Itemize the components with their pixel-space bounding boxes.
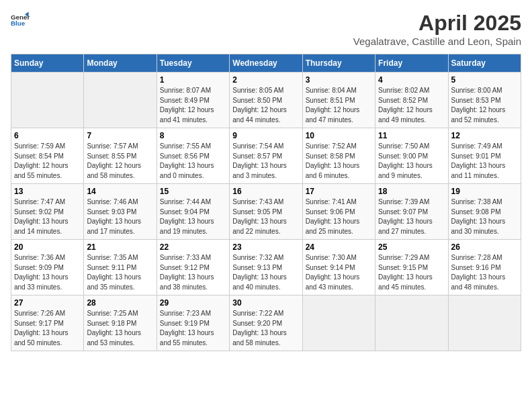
day-detail: Sunrise: 7:59 AM Sunset: 8:54 PM Dayligh… <box>14 142 81 181</box>
day-number: 18 <box>378 187 445 196</box>
day-number: 19 <box>451 187 518 196</box>
weekday-header-cell: Wednesday <box>230 54 302 73</box>
calendar-day-cell: 21Sunrise: 7:35 AM Sunset: 9:11 PM Dayli… <box>84 240 157 295</box>
calendar-day-cell <box>448 295 521 351</box>
calendar-day-cell: 4Sunrise: 8:02 AM Sunset: 8:52 PM Daylig… <box>375 73 448 128</box>
calendar-day-cell: 9Sunrise: 7:54 AM Sunset: 8:57 PM Daylig… <box>230 128 302 184</box>
day-detail: Sunrise: 7:33 AM Sunset: 9:12 PM Dayligh… <box>160 253 226 292</box>
calendar-day-cell: 17Sunrise: 7:41 AM Sunset: 9:06 PM Dayli… <box>302 184 375 240</box>
day-number: 6 <box>14 131 81 140</box>
weekday-header-cell: Sunday <box>11 54 84 73</box>
calendar-day-cell: 6Sunrise: 7:59 AM Sunset: 8:54 PM Daylig… <box>11 128 84 184</box>
calendar-day-cell: 20Sunrise: 7:36 AM Sunset: 9:09 PM Dayli… <box>11 240 84 295</box>
calendar-day-cell: 2Sunrise: 8:05 AM Sunset: 8:50 PM Daylig… <box>230 73 302 128</box>
calendar-day-cell: 24Sunrise: 7:30 AM Sunset: 9:14 PM Dayli… <box>302 240 375 295</box>
day-number: 15 <box>160 187 226 196</box>
calendar-day-cell: 27Sunrise: 7:26 AM Sunset: 9:17 PM Dayli… <box>11 295 84 351</box>
calendar-day-cell <box>84 73 157 128</box>
day-number: 21 <box>87 242 153 252</box>
calendar-day-cell: 5Sunrise: 8:00 AM Sunset: 8:53 PM Daylig… <box>448 73 521 128</box>
day-detail: Sunrise: 7:47 AM Sunset: 9:02 PM Dayligh… <box>14 197 81 236</box>
calendar-day-cell: 3Sunrise: 8:04 AM Sunset: 8:51 PM Daylig… <box>302 73 375 128</box>
calendar-day-cell: 8Sunrise: 7:55 AM Sunset: 8:56 PM Daylig… <box>157 128 229 184</box>
day-detail: Sunrise: 7:23 AM Sunset: 9:19 PM Dayligh… <box>160 309 226 348</box>
page-header: General Blue April 2025 Vegalatrave, Cas… <box>11 11 521 47</box>
calendar-day-cell: 14Sunrise: 7:46 AM Sunset: 9:03 PM Dayli… <box>84 184 157 240</box>
day-number: 16 <box>232 187 299 196</box>
calendar-day-cell: 26Sunrise: 7:28 AM Sunset: 9:16 PM Dayli… <box>448 240 521 295</box>
day-number: 28 <box>87 298 153 308</box>
day-detail: Sunrise: 7:32 AM Sunset: 9:13 PM Dayligh… <box>232 253 299 292</box>
calendar-day-cell: 11Sunrise: 7:50 AM Sunset: 9:00 PM Dayli… <box>375 128 448 184</box>
day-detail: Sunrise: 7:49 AM Sunset: 9:01 PM Dayligh… <box>451 142 518 181</box>
day-number: 22 <box>160 242 226 252</box>
day-detail: Sunrise: 7:41 AM Sunset: 9:06 PM Dayligh… <box>306 197 372 236</box>
day-detail: Sunrise: 7:29 AM Sunset: 9:15 PM Dayligh… <box>378 253 445 292</box>
day-detail: Sunrise: 7:52 AM Sunset: 8:58 PM Dayligh… <box>306 142 372 181</box>
logo-icon: General Blue <box>11 11 30 30</box>
day-detail: Sunrise: 7:54 AM Sunset: 8:57 PM Dayligh… <box>232 142 299 181</box>
day-number: 7 <box>87 131 153 140</box>
day-detail: Sunrise: 7:55 AM Sunset: 8:56 PM Dayligh… <box>160 142 226 181</box>
day-number: 30 <box>232 298 299 308</box>
calendar-day-cell: 29Sunrise: 7:23 AM Sunset: 9:19 PM Dayli… <box>157 295 229 351</box>
day-detail: Sunrise: 7:36 AM Sunset: 9:09 PM Dayligh… <box>14 253 81 292</box>
calendar-day-cell <box>302 295 375 351</box>
calendar-day-cell: 25Sunrise: 7:29 AM Sunset: 9:15 PM Dayli… <box>375 240 448 295</box>
calendar-week-row: 13Sunrise: 7:47 AM Sunset: 9:02 PM Dayli… <box>11 184 521 240</box>
weekday-header-cell: Friday <box>375 54 448 73</box>
logo: General Blue <box>11 11 30 30</box>
calendar-day-cell <box>375 295 448 351</box>
day-number: 26 <box>451 242 518 252</box>
calendar-day-cell: 12Sunrise: 7:49 AM Sunset: 9:01 PM Dayli… <box>448 128 521 184</box>
day-detail: Sunrise: 7:35 AM Sunset: 9:11 PM Dayligh… <box>87 253 153 292</box>
day-detail: Sunrise: 7:39 AM Sunset: 9:07 PM Dayligh… <box>378 197 445 236</box>
weekday-header-cell: Tuesday <box>157 54 229 73</box>
day-detail: Sunrise: 7:30 AM Sunset: 9:14 PM Dayligh… <box>306 253 372 292</box>
day-detail: Sunrise: 8:02 AM Sunset: 8:52 PM Dayligh… <box>378 86 445 125</box>
day-number: 13 <box>14 187 81 196</box>
day-detail: Sunrise: 7:28 AM Sunset: 9:16 PM Dayligh… <box>451 253 518 292</box>
day-number: 29 <box>160 298 226 308</box>
weekday-header-cell: Monday <box>84 54 157 73</box>
day-number: 3 <box>306 75 372 85</box>
day-detail: Sunrise: 8:00 AM Sunset: 8:53 PM Dayligh… <box>451 86 518 125</box>
day-detail: Sunrise: 8:07 AM Sunset: 8:49 PM Dayligh… <box>160 86 226 125</box>
weekday-header-cell: Thursday <box>302 54 375 73</box>
title-area: April 2025 Vegalatrave, Castille and Leo… <box>353 11 521 47</box>
weekday-header-row: SundayMondayTuesdayWednesdayThursdayFrid… <box>11 54 521 73</box>
day-detail: Sunrise: 7:44 AM Sunset: 9:04 PM Dayligh… <box>160 197 226 236</box>
calendar-day-cell: 23Sunrise: 7:32 AM Sunset: 9:13 PM Dayli… <box>230 240 302 295</box>
svg-text:Blue: Blue <box>11 19 26 27</box>
day-number: 24 <box>306 242 372 252</box>
day-number: 23 <box>232 242 299 252</box>
day-detail: Sunrise: 7:26 AM Sunset: 9:17 PM Dayligh… <box>14 309 81 348</box>
day-number: 2 <box>232 75 299 85</box>
location-title: Vegalatrave, Castille and Leon, Spain <box>353 36 521 47</box>
day-number: 11 <box>378 131 445 140</box>
calendar-day-cell: 22Sunrise: 7:33 AM Sunset: 9:12 PM Dayli… <box>157 240 229 295</box>
calendar-week-row: 1Sunrise: 8:07 AM Sunset: 8:49 PM Daylig… <box>11 73 521 128</box>
calendar-day-cell <box>11 73 84 128</box>
day-number: 25 <box>378 242 445 252</box>
calendar-day-cell: 28Sunrise: 7:25 AM Sunset: 9:18 PM Dayli… <box>84 295 157 351</box>
calendar-body: 1Sunrise: 8:07 AM Sunset: 8:49 PM Daylig… <box>11 73 521 351</box>
day-detail: Sunrise: 7:22 AM Sunset: 9:20 PM Dayligh… <box>232 309 299 348</box>
month-title: April 2025 <box>353 11 521 36</box>
day-detail: Sunrise: 7:25 AM Sunset: 9:18 PM Dayligh… <box>87 309 153 348</box>
calendar-day-cell: 19Sunrise: 7:38 AM Sunset: 9:08 PM Dayli… <box>448 184 521 240</box>
day-detail: Sunrise: 7:50 AM Sunset: 9:00 PM Dayligh… <box>378 142 445 181</box>
day-number: 12 <box>451 131 518 140</box>
calendar-week-row: 27Sunrise: 7:26 AM Sunset: 9:17 PM Dayli… <box>11 295 521 351</box>
calendar-day-cell: 16Sunrise: 7:43 AM Sunset: 9:05 PM Dayli… <box>230 184 302 240</box>
day-number: 20 <box>14 242 81 252</box>
day-detail: Sunrise: 7:38 AM Sunset: 9:08 PM Dayligh… <box>451 197 518 236</box>
calendar-day-cell: 13Sunrise: 7:47 AM Sunset: 9:02 PM Dayli… <box>11 184 84 240</box>
calendar-day-cell: 10Sunrise: 7:52 AM Sunset: 8:58 PM Dayli… <box>302 128 375 184</box>
day-number: 14 <box>87 187 153 196</box>
calendar-day-cell: 1Sunrise: 8:07 AM Sunset: 8:49 PM Daylig… <box>157 73 229 128</box>
day-detail: Sunrise: 7:57 AM Sunset: 8:55 PM Dayligh… <box>87 142 153 181</box>
day-number: 1 <box>160 75 226 85</box>
calendar-day-cell: 7Sunrise: 7:57 AM Sunset: 8:55 PM Daylig… <box>84 128 157 184</box>
day-number: 10 <box>306 131 372 140</box>
